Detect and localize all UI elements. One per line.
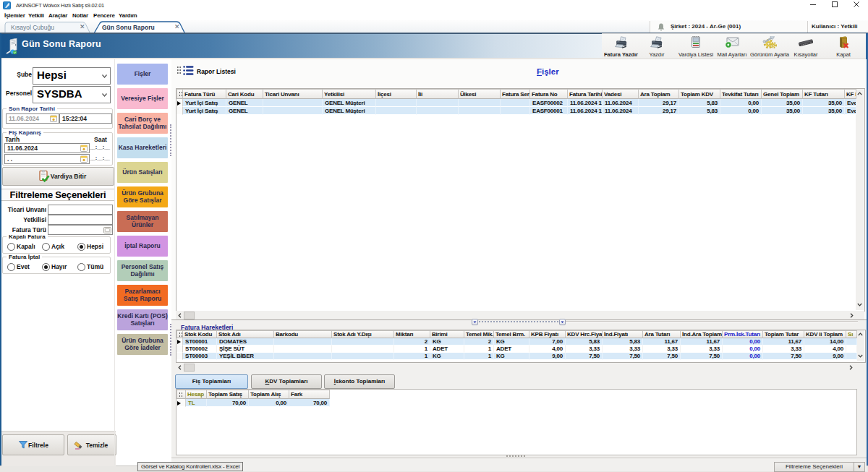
- close-button[interactable]: [848, 1, 865, 10]
- column-header[interactable]: İnd.Ara Toplam: [681, 330, 723, 338]
- calendar-icon[interactable]: [50, 115, 57, 122]
- column-header[interactable]: Stok Kodu: [183, 330, 217, 338]
- column-header[interactable]: Sı: [846, 330, 857, 338]
- radio-hepsi[interactable]: [77, 243, 85, 251]
- toolbar-yazdir[interactable]: Yazdır: [641, 35, 673, 58]
- column-header[interactable]: Fatura Seri: [501, 89, 530, 99]
- tab-kisayol-cubugu[interactable]: Kısayol Çubuğu ✕: [4, 21, 93, 33]
- column-header[interactable]: Toplam Alış: [249, 390, 289, 399]
- column-header[interactable]: Stok Adı: [217, 330, 274, 338]
- scroll-left-icon[interactable]: [177, 364, 183, 372]
- column-header[interactable]: Toplam KDV: [679, 89, 720, 99]
- calendar-icon[interactable]: [80, 145, 88, 152]
- menu-pencere[interactable]: Pencere: [93, 11, 115, 20]
- menu-araclar[interactable]: Araçlar: [48, 11, 67, 20]
- report-button-1[interactable]: Fişler: [117, 64, 168, 85]
- tab-close-icon[interactable]: ✕: [80, 23, 85, 30]
- panel-grip[interactable]: [176, 66, 182, 75]
- yetkilisi-input[interactable]: [48, 215, 113, 225]
- menu-yardim[interactable]: Yardım: [119, 11, 137, 20]
- menu-islemler[interactable]: İşlemler: [4, 11, 25, 20]
- table-row[interactable]: ST00001DOMATES2KG2KG7,005,835,8311,6711,…: [176, 338, 857, 346]
- table-row[interactable]: ST00003YEŞİL BİBER1KG1KG9,007,507,507,50…: [176, 353, 857, 360]
- column-header[interactable]: Barkodu: [274, 330, 332, 338]
- filter-options-button[interactable]: Filtreleme Seçenekleri: [774, 462, 854, 472]
- toolbar-fatura-yazdir[interactable]: Fatura Yazdır: [600, 35, 642, 58]
- report-button-12[interactable]: Ürün Grubuna Göre İadeler: [117, 334, 168, 355]
- report-button-6[interactable]: Ürün Grubuna Göre Satışlar: [117, 186, 168, 207]
- column-header[interactable]: Ticari Unvanı: [263, 89, 323, 99]
- column-header[interactable]: Vadesi: [603, 89, 639, 99]
- column-header[interactable]: Yetkilisi: [323, 89, 376, 99]
- scroll-thumb[interactable]: [184, 364, 195, 372]
- report-button-4[interactable]: Kasa Hareketleri: [117, 137, 168, 158]
- splitter-collapse-button[interactable]: [472, 319, 478, 325]
- tab-close-icon[interactable]: ✕: [174, 23, 180, 30]
- son-rapor-date-field[interactable]: 11.06.2024: [6, 113, 59, 124]
- fis-kapanis-time-mask-1[interactable]: __:__:__: [90, 145, 110, 152]
- column-header[interactable]: Fatura Türü: [183, 89, 226, 99]
- fis-kapanis-date-field-1[interactable]: 11.06.2024: [4, 143, 90, 153]
- column-header[interactable]: Fatura Tarihi: [568, 89, 603, 99]
- horizontal-scrollbar[interactable]: [176, 363, 864, 372]
- column-header[interactable]: Ara Tutarı: [643, 330, 681, 338]
- column-header[interactable]: KDV Hrc.Fiyat: [566, 330, 603, 338]
- vertical-scrollbar[interactable]: [857, 330, 864, 361]
- table-row[interactable]: Yurt İçi SatışGENELGENEL MüşteriEASF0000…: [176, 107, 856, 115]
- temizle-button[interactable]: Temizle: [67, 434, 116, 455]
- vardiya-bitir-button[interactable]: Vardiya Bitir: [2, 167, 114, 186]
- report-button-11[interactable]: Kredi Kartı (POS) Satışları: [117, 309, 168, 330]
- column-header[interactable]: Fatura No: [530, 89, 568, 99]
- fis-kapanis-date-field-2[interactable]: . .: [4, 154, 90, 164]
- toolbar-gorunum-ayarla[interactable]: Görünüm Ayarla: [749, 35, 791, 58]
- column-header[interactable]: Prm.İsk.Tutarı: [723, 330, 763, 338]
- radio-acik[interactable]: [42, 243, 50, 251]
- tab-fis-toplamlari[interactable]: Fiş Toplamları: [175, 374, 248, 389]
- column-header[interactable]: Temel Mik.: [464, 330, 494, 338]
- tab-iskonto-toplamlari[interactable]: İskonto Toplamları: [324, 374, 395, 389]
- scroll-left-icon[interactable]: [177, 312, 183, 320]
- column-header[interactable]: Ülkesi: [459, 89, 501, 99]
- column-header[interactable]: KF D: [845, 89, 856, 99]
- table-row[interactable]: TL70,000,0070,00: [176, 399, 330, 407]
- report-button-5[interactable]: Ürün Satışları: [117, 162, 168, 183]
- report-button-10[interactable]: Pazarlamacı Satış Raporu: [117, 285, 168, 306]
- radio-evet[interactable]: [7, 263, 15, 271]
- scroll-thumb[interactable]: [184, 312, 195, 319]
- column-header[interactable]: Toplam Tutar: [763, 330, 804, 338]
- minimize-button[interactable]: [804, 1, 822, 10]
- column-header[interactable]: Toplam Satış: [207, 390, 249, 399]
- column-header[interactable]: İlçesi: [376, 89, 417, 99]
- toolbar-vardiya-listesi[interactable]: Vardiya Listesi: [675, 35, 717, 58]
- scroll-right-icon[interactable]: [848, 312, 854, 320]
- menu-notlar[interactable]: Notlar: [72, 11, 88, 20]
- fatura-turu-input[interactable]: [48, 225, 113, 235]
- column-header[interactable]: Tevkifat Tutarı: [720, 89, 762, 99]
- column-header[interactable]: Genel Toplam: [762, 89, 803, 99]
- column-header[interactable]: KDV li Toplam: [804, 330, 846, 338]
- report-button-9[interactable]: Personel Satış Dağılımı: [117, 260, 168, 281]
- radio-tumu[interactable]: [77, 263, 85, 271]
- report-button-2[interactable]: Veresiye Fişler: [117, 88, 168, 109]
- column-header[interactable]: Cari Kodu: [226, 89, 263, 99]
- menu-yetkili[interactable]: Yetkili: [28, 11, 44, 20]
- scroll-right-icon[interactable]: [848, 364, 854, 372]
- lookup-button-icon[interactable]: [103, 227, 111, 233]
- column-header[interactable]: İli: [417, 89, 459, 99]
- toolbar-kisayollar[interactable]: Kısayollar: [788, 35, 823, 58]
- table-row[interactable]: ST00002ŞİŞE SÜT1ADET1ADET4,003,333,333,3…: [176, 346, 857, 353]
- radio-hayir[interactable]: [42, 263, 50, 271]
- column-header[interactable]: İnd.Fiyatı: [603, 330, 643, 338]
- table-row[interactable]: Yurt İçi SatışGENELGENEL MüşteriEASF0000…: [176, 99, 856, 107]
- scroll-down-icon[interactable]: [857, 353, 864, 360]
- column-header[interactable]: KPB Fiyatı: [529, 330, 566, 338]
- sube-select[interactable]: Hepsi: [33, 67, 111, 85]
- fis-kapanis-time-mask-2[interactable]: __:__:__: [90, 155, 110, 163]
- report-button-3[interactable]: Cari Borç ve Tahsilat Dağılımı: [117, 113, 168, 134]
- son-rapor-time-field[interactable]: 15:22:04: [59, 113, 112, 124]
- tab-gun-sonu-raporu[interactable]: Gün Sonu Raporu ✕: [93, 21, 188, 33]
- column-header[interactable]: Stok Adı Y.Dışı: [332, 330, 394, 338]
- ticari-unvani-input[interactable]: [48, 205, 113, 215]
- vertical-scrollbar[interactable]: [856, 89, 864, 310]
- report-button-8[interactable]: İptal Raporu: [117, 236, 168, 257]
